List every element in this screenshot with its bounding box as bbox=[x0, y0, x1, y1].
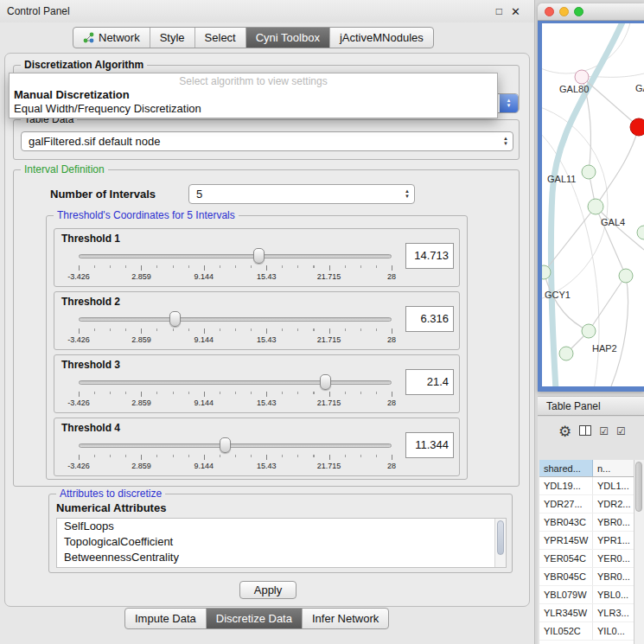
table-cell[interactable]: YER0... bbox=[593, 550, 634, 567]
table-data-group: Table Data galFiltered.sif default node … bbox=[13, 119, 520, 160]
threshold-slider[interactable]: -3.4262.8599.14415.4321.71528 bbox=[79, 248, 392, 284]
combobox-stepper-icon[interactable]: ▲ ▼ bbox=[400, 189, 414, 199]
slider-thumb[interactable] bbox=[169, 311, 181, 327]
table-cell[interactable]: YBL0... bbox=[593, 586, 634, 603]
column-header-shared-name[interactable]: shared... bbox=[539, 460, 593, 476]
gear-icon[interactable]: ⚙ bbox=[558, 424, 571, 439]
threshold-value-input[interactable]: 14.713 bbox=[405, 243, 454, 269]
tab-impute-data[interactable]: Impute Data bbox=[125, 609, 206, 628]
close-traffic-light-icon[interactable] bbox=[545, 7, 554, 16]
table-cell[interactable]: YDL1... bbox=[593, 477, 634, 494]
table-cell[interactable]: YIL052C bbox=[539, 622, 593, 640]
table-row[interactable]: YPR145WYPR1... bbox=[539, 532, 634, 550]
minimize-traffic-light-icon[interactable] bbox=[559, 7, 569, 16]
table-row[interactable]: YDL19...YDL1... bbox=[539, 477, 634, 495]
table-cell[interactable]: YLR345W bbox=[539, 604, 593, 622]
tick-label: 28 bbox=[387, 399, 396, 407]
network-node[interactable] bbox=[559, 347, 573, 360]
table-cell[interactable]: YBR045C bbox=[539, 568, 593, 585]
window-title: Control Panel bbox=[7, 5, 70, 17]
table-cell[interactable]: YBR0... bbox=[593, 513, 634, 531]
network-window: GAL80 GAL11 GAL4 GCY1 HAP2 GA bbox=[538, 3, 644, 392]
dropdown-option-equal-width-frequency-discretization[interactable]: Equal Width/Frequency Discretization bbox=[10, 102, 497, 116]
table-row[interactable]: YIL052CYIL0... bbox=[539, 622, 634, 641]
tab-infer-network[interactable]: Infer Network bbox=[302, 609, 388, 628]
tick-label: -3.426 bbox=[67, 335, 90, 344]
tab-jactivemnodules[interactable]: jActiveMNodules bbox=[329, 28, 433, 48]
show-columns-checkbox-icon[interactable]: ☑ bbox=[616, 426, 626, 437]
tab-network[interactable]: Network bbox=[73, 28, 150, 48]
table-scrollbar-thumb[interactable] bbox=[635, 462, 642, 512]
slider-track[interactable] bbox=[79, 254, 392, 258]
table-cell[interactable]: YPR145W bbox=[539, 532, 593, 549]
table-cell[interactable]: YER054C bbox=[539, 550, 593, 567]
tab-cyni-toolbox[interactable]: Cyni Toolbox bbox=[245, 28, 329, 48]
network-node[interactable] bbox=[588, 199, 603, 214]
network-node[interactable] bbox=[582, 324, 596, 338]
combobox-stepper-icon[interactable]: ▲ ▼ bbox=[500, 94, 518, 112]
slider-tick-labels: -3.4262.8599.14415.4321.71528 bbox=[79, 272, 392, 282]
network-node[interactable] bbox=[575, 70, 589, 84]
table-cell[interactable]: YBR043C bbox=[539, 513, 593, 531]
apply-button[interactable]: Apply bbox=[239, 581, 296, 599]
table-scrollbar[interactable] bbox=[634, 460, 644, 644]
zoom-traffic-light-icon[interactable] bbox=[574, 7, 583, 16]
table-data-combobox[interactable]: galFiltered.sif default node ▲ ▼ bbox=[21, 131, 513, 151]
table-row[interactable]: YDR27...YDR2... bbox=[539, 495, 634, 513]
slider-track[interactable] bbox=[79, 380, 392, 385]
attributes-scrollbar[interactable] bbox=[494, 519, 506, 567]
network-view-frame: GAL80 GAL11 GAL4 GCY1 HAP2 GA bbox=[538, 21, 644, 392]
network-node-label: HAP2 bbox=[592, 343, 617, 354]
slider-thumb[interactable] bbox=[220, 437, 231, 453]
threshold-slider[interactable]: -3.4262.8599.14415.4321.71528 bbox=[79, 311, 392, 348]
attribute-list-item[interactable]: TopologicalCoefficient bbox=[57, 534, 506, 550]
tab-select[interactable]: Select bbox=[194, 28, 245, 48]
window-buttons: □ ✕ bbox=[496, 5, 520, 18]
network-node[interactable] bbox=[582, 165, 596, 179]
slider-thumb[interactable] bbox=[253, 248, 265, 264]
table-row[interactable]: YBL079WYBL0... bbox=[539, 586, 634, 604]
threshold-label: Threshold 3 bbox=[61, 359, 120, 371]
network-node[interactable] bbox=[637, 226, 644, 239]
threshold-value-input[interactable]: 11.344 bbox=[405, 432, 454, 458]
stepper-down-icon: ▼ bbox=[405, 194, 410, 199]
attribute-list-item[interactable]: SelfLoops bbox=[57, 519, 506, 534]
attribute-list-item[interactable]: BetweennessCentrality bbox=[57, 550, 506, 565]
threshold-slider[interactable]: -3.4262.8599.14415.4321.71528 bbox=[79, 437, 392, 474]
table-row[interactable]: YER054CYER0... bbox=[539, 550, 634, 568]
threshold-value-input[interactable]: 21.4 bbox=[405, 369, 454, 395]
combobox-stepper-icon[interactable]: ▲ ▼ bbox=[499, 137, 513, 146]
network-node[interactable] bbox=[619, 269, 633, 283]
column-header-name[interactable]: n... bbox=[593, 460, 634, 476]
threshold-value-input[interactable]: 6.316 bbox=[405, 306, 454, 332]
close-window-icon[interactable]: ✕ bbox=[511, 5, 520, 18]
tick-label: 15.43 bbox=[257, 462, 277, 470]
table-row[interactable]: YBR043CYBR0... bbox=[539, 513, 634, 532]
slider-thumb[interactable] bbox=[320, 374, 331, 390]
table-cell[interactable]: YDR27... bbox=[539, 495, 593, 513]
tab-discretize-data[interactable]: Discretize Data bbox=[206, 609, 302, 628]
tick-label: 9.144 bbox=[194, 399, 214, 407]
table-cell[interactable]: YPR1... bbox=[593, 532, 634, 549]
table-cell[interactable]: YDR2... bbox=[593, 495, 634, 513]
dropdown-option-manual-discretization[interactable]: Manual Discretization bbox=[10, 88, 497, 102]
network-node-selected[interactable] bbox=[630, 118, 644, 136]
table-cell[interactable]: YIL0... bbox=[593, 622, 634, 640]
network-canvas[interactable]: GAL80 GAL11 GAL4 GCY1 HAP2 GA bbox=[542, 23, 644, 386]
table-row[interactable]: YLR345WYLR3... bbox=[539, 604, 634, 622]
slider-track[interactable] bbox=[79, 317, 392, 322]
tab-style[interactable]: Style bbox=[150, 28, 194, 48]
select-all-checkbox-icon[interactable]: ☑ bbox=[599, 426, 609, 437]
table-cell[interactable]: YDL19... bbox=[539, 477, 593, 494]
number-of-intervals-combobox[interactable]: 5 ▲ ▼ bbox=[188, 184, 415, 204]
table-cell[interactable]: YBR0... bbox=[593, 568, 634, 585]
table-cell[interactable]: YLR3... bbox=[593, 604, 634, 622]
table-cell[interactable]: YBL079W bbox=[539, 586, 593, 603]
attributes-scrollbar-thumb[interactable] bbox=[497, 520, 504, 555]
table-row[interactable]: YBR045CYBR0... bbox=[539, 568, 634, 586]
threshold-slider[interactable]: -3.4262.8599.14415.4321.71528 bbox=[79, 374, 392, 411]
columns-icon[interactable] bbox=[579, 424, 591, 439]
tick-label: 2.859 bbox=[131, 335, 151, 344]
float-window-icon[interactable]: □ bbox=[496, 5, 502, 17]
slider-track[interactable] bbox=[79, 443, 392, 448]
